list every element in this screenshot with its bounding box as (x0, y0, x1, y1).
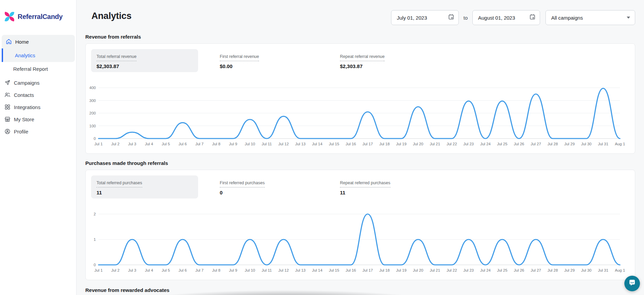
sidebar-item-label: Home (15, 39, 29, 45)
sidebar-nav: Home Analytics Referral Report Campaigns (0, 35, 77, 138)
stat-value: 0 (220, 190, 265, 195)
purchases-card: Total referred purchases 11 First referr… (85, 170, 635, 280)
svg-text:2: 2 (94, 212, 96, 216)
brand-logo[interactable]: ReferralCandy (3, 10, 63, 23)
sidebar-item-campaigns[interactable]: Campaigns (0, 77, 77, 89)
svg-text:Jul 1: Jul 1 (94, 142, 103, 146)
chat-bubble-icon (628, 279, 636, 288)
sidebar-item-profile[interactable]: Profile (0, 125, 77, 138)
svg-text:Aug 1: Aug 1 (615, 142, 625, 146)
svg-text:Jul 8: Jul 8 (212, 142, 220, 146)
header-controls: July 01, 2023 to August 01, 2023 All cam… (391, 10, 635, 25)
stat-first-referred-purchases: First referred purchases 0 (214, 175, 270, 199)
brand-name: ReferralCandy (18, 13, 63, 21)
profile-icon (4, 128, 10, 134)
calendar-icon (448, 14, 454, 21)
svg-text:Jul 24: Jul 24 (480, 142, 491, 146)
svg-text:Jul 23: Jul 23 (464, 142, 474, 146)
revenue-card: Total referral revenue $2,303.87 First r… (85, 43, 635, 154)
home-icon (6, 39, 12, 45)
sidebar-item-home[interactable]: Home (2, 35, 75, 48)
sidebar-item-label: Campaigns (14, 80, 40, 86)
stat-first-referral-revenue: First referral revenue $0.00 (214, 49, 264, 73)
stat-label[interactable]: First referred purchases (220, 181, 265, 188)
svg-text:400: 400 (89, 86, 96, 90)
sidebar-item-label: My Store (14, 117, 34, 122)
svg-text:Jul 6: Jul 6 (178, 268, 187, 272)
svg-text:Jul 8: Jul 8 (212, 268, 220, 272)
svg-text:Jul 2: Jul 2 (111, 268, 120, 272)
svg-text:Aug 1: Aug 1 (615, 268, 625, 272)
stat-value: $2,303.87 (340, 63, 385, 69)
date-from-input[interactable]: July 01, 2023 (391, 10, 459, 25)
svg-text:Jul 17: Jul 17 (362, 142, 373, 146)
svg-text:Jul 7: Jul 7 (195, 268, 203, 272)
svg-text:Jul 24: Jul 24 (480, 268, 491, 272)
svg-text:Jul 9: Jul 9 (229, 268, 237, 272)
stat-label[interactable]: First referral revenue (220, 54, 259, 61)
svg-text:Jul 16: Jul 16 (346, 268, 356, 272)
main-content: Analytics July 01, 2023 to August 01, 20… (77, 0, 644, 295)
sidebar-item-contacts[interactable]: Contacts (0, 89, 77, 101)
stat-label[interactable]: Total referral revenue (96, 54, 136, 61)
svg-text:Jul 21: Jul 21 (430, 268, 440, 272)
below-fold-shadow (124, 290, 446, 295)
svg-text:Jul 14: Jul 14 (312, 142, 322, 146)
svg-text:Jul 1: Jul 1 (94, 268, 103, 272)
stat-label[interactable]: Total referred purchases (96, 181, 142, 188)
sidebar-item-analytics[interactable]: Analytics (2, 48, 75, 62)
svg-text:Jul 19: Jul 19 (396, 268, 407, 272)
section-heading-revenue: Revenue from referrals (85, 34, 141, 40)
campaign-filter-select[interactable]: All campaigns (545, 10, 635, 25)
svg-text:Jul 17: Jul 17 (362, 268, 373, 272)
sidebar-item-label: Analytics (15, 52, 35, 58)
sidebar: ReferralCandy Home Analytics Referral Re… (0, 0, 77, 295)
stat-value: $2,303.87 (96, 63, 193, 69)
stat-repeat-referred-purchases: Repeat referred purchases 11 (335, 175, 396, 199)
svg-text:Jul 11: Jul 11 (262, 142, 272, 146)
date-to-input[interactable]: August 01, 2023 (472, 10, 540, 25)
svg-text:Jul 3: Jul 3 (128, 142, 136, 146)
revenue-line-chart: 0100200300400Jul 1Jul 2Jul 3Jul 4Jul 5Ju… (86, 84, 634, 149)
svg-text:Jul 12: Jul 12 (278, 142, 289, 146)
svg-text:Jul 23: Jul 23 (464, 268, 474, 272)
svg-text:Jul 3: Jul 3 (128, 268, 136, 272)
nav-home-group: Home Analytics (2, 35, 75, 62)
svg-text:1: 1 (94, 237, 96, 241)
svg-text:Jul 4: Jul 4 (145, 142, 153, 146)
svg-text:Jul 30: Jul 30 (581, 268, 592, 272)
sidebar-item-label: Referral Report (13, 66, 48, 72)
svg-text:Jul 16: Jul 16 (346, 142, 356, 146)
svg-text:Jul 20: Jul 20 (413, 142, 424, 146)
svg-text:Jul 5: Jul 5 (162, 142, 170, 146)
svg-text:Jul 15: Jul 15 (329, 142, 339, 146)
sidebar-item-my-store[interactable]: My Store (0, 113, 77, 125)
stat-label[interactable]: Repeat referral revenue (340, 54, 385, 61)
svg-text:Jul 26: Jul 26 (514, 142, 524, 146)
referralcandy-pinwheel-icon (3, 10, 16, 23)
svg-text:300: 300 (89, 99, 96, 103)
sidebar-item-integrations[interactable]: Integrations (0, 101, 77, 113)
sidebar-item-label: Profile (14, 129, 28, 134)
svg-text:Jul 29: Jul 29 (564, 142, 575, 146)
stat-label[interactable]: Repeat referred purchases (340, 181, 390, 188)
send-icon (4, 80, 10, 86)
svg-text:Jul 15: Jul 15 (329, 268, 339, 272)
svg-text:Jul 19: Jul 19 (396, 142, 407, 146)
svg-text:0: 0 (94, 136, 96, 141)
page-title: Analytics (91, 11, 131, 21)
calendar-icon (530, 14, 535, 21)
sidebar-item-referral-report[interactable]: Referral Report (0, 62, 77, 76)
svg-text:Jul 7: Jul 7 (195, 142, 203, 146)
stat-value: $0.00 (220, 63, 259, 69)
svg-text:Jul 26: Jul 26 (514, 268, 524, 272)
svg-text:Jul 2: Jul 2 (111, 142, 120, 146)
svg-text:Jul 12: Jul 12 (278, 268, 289, 272)
svg-text:Jul 4: Jul 4 (145, 268, 153, 272)
svg-text:Jul 31: Jul 31 (598, 268, 608, 272)
svg-text:Jul 10: Jul 10 (245, 142, 255, 146)
sidebar-item-label: Contacts (14, 92, 34, 98)
chat-launcher-button[interactable] (624, 276, 640, 291)
store-icon (4, 116, 10, 122)
campaign-filter-value: All campaigns (551, 15, 583, 21)
